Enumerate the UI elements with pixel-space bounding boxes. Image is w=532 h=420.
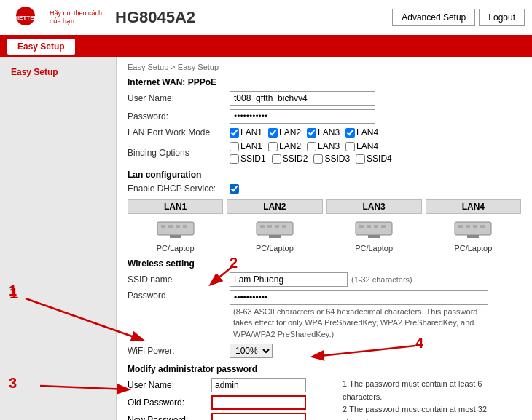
wireless-section-title: Wireless setting [128, 258, 521, 269]
lan4-port-checkbox[interactable] [345, 128, 355, 138]
username-input[interactable] [230, 91, 375, 106]
lan-grid: LAN1 PC/Laptop LAN2 [128, 199, 521, 253]
wireless-password-note: (8-63 ASCII characters or 64 hexadecimal… [233, 306, 488, 340]
wireless-password-label: Password [128, 290, 230, 301]
lan2-port-item[interactable]: LAN2 [268, 127, 301, 138]
binding-lan3-checkbox[interactable] [307, 142, 316, 151]
lan1-port-item[interactable]: LAN1 [230, 127, 262, 138]
svg-rect-17 [374, 225, 378, 228]
lan1-device-label: PC/Laptop [157, 244, 195, 253]
lan2-cell: LAN2 PC/Laptop [227, 199, 322, 253]
admin-new-password-row: New Password: [128, 413, 332, 420]
admin-old-password-row: Old Password: [128, 395, 332, 410]
binding-lan1-checkbox[interactable] [230, 142, 239, 151]
lan4-device-label: PC/Laptop [454, 244, 492, 253]
svg-rect-13 [269, 235, 281, 238]
lan1-port-checkbox[interactable] [230, 128, 239, 138]
ssid-input[interactable] [230, 272, 348, 287]
admin-rule-2: 2.The password must contain at most 32 c… [343, 403, 521, 420]
lan3-header: LAN3 [326, 199, 422, 214]
ssid-row: SSID name (1-32 characters) [128, 272, 521, 287]
logo-area: VIETTEL Hãy nói theo cách của bạn [7, 3, 108, 32]
lan4-icon [451, 216, 495, 242]
admin-username-label: User Name: [128, 380, 211, 390]
header: VIETTEL Hãy nói theo cách của bạn HG8045… [0, 0, 532, 36]
lan3-port-item[interactable]: LAN3 [307, 127, 340, 138]
lan2-port-checkbox[interactable] [268, 128, 278, 138]
main-layout: Easy Setup Easy Setup > Easy Setup Inter… [0, 57, 532, 420]
lan3-icon [352, 216, 396, 242]
sidebar-item-easy-setup[interactable]: Easy Setup [0, 63, 116, 82]
svg-rect-23 [473, 225, 477, 228]
admin-username-input[interactable] [211, 378, 306, 392]
username-label: User Name: [128, 93, 230, 103]
lan4-port-item[interactable]: LAN4 [345, 127, 378, 138]
binding-label: Binding Options [128, 148, 230, 158]
sidebar: Easy Setup [0, 57, 117, 420]
admin-new-password-label: New Password: [128, 415, 211, 420]
tagline: Hãy nói theo cách của bạn [50, 9, 108, 25]
dhcp-checkbox[interactable] [230, 184, 239, 194]
lan-port-row: LAN Port Work Mode LAN1 LAN2 LAN3 LAN4 [128, 127, 521, 138]
svg-rect-7 [170, 235, 181, 238]
lan-port-label: LAN Port Work Mode [128, 127, 230, 138]
wireless-password-row: Password (8-63 ASCII characters or 64 he… [128, 290, 521, 340]
svg-rect-4 [168, 225, 173, 228]
lan-port-checkboxes: LAN1 LAN2 LAN3 LAN4 [230, 127, 378, 138]
username-row: User Name: [128, 91, 521, 106]
lan4-header: LAN4 [426, 199, 521, 214]
svg-rect-10 [267, 225, 272, 228]
lan3-cell: LAN3 PC/Laptop [326, 199, 422, 253]
dhcp-label: Enable DHCP Service: [128, 183, 230, 194]
lan2-icon [253, 216, 297, 242]
lan1-header: LAN1 [128, 199, 223, 214]
easy-setup-nav-button[interactable]: Easy Setup [7, 39, 75, 55]
binding-ssid-group: SSID1 SSID2 SSID3 SSID4 [230, 154, 392, 164]
binding-ssid4-checkbox[interactable] [356, 154, 365, 164]
advanced-setup-button[interactable]: Advanced Setup [392, 9, 475, 26]
svg-rect-9 [260, 225, 265, 228]
svg-rect-5 [176, 225, 180, 228]
svg-rect-6 [183, 225, 187, 228]
binding-ssid2-checkbox[interactable] [272, 154, 281, 164]
model-name: HG8045A2 [115, 8, 392, 27]
lan2-header: LAN2 [227, 199, 322, 214]
admin-old-password-label: Old Password: [128, 397, 211, 408]
svg-text:VIETTEL: VIETTEL [13, 15, 37, 21]
svg-rect-20 [455, 222, 491, 235]
svg-rect-25 [467, 235, 479, 238]
admin-section-title: Modify administrator password [128, 364, 521, 374]
svg-rect-11 [275, 225, 279, 228]
binding-lan-group: LAN1 LAN2 LAN3 LAN4 [230, 141, 392, 151]
svg-rect-22 [466, 225, 470, 228]
admin-rule-1: 1.The password must contain at least 6 c… [343, 378, 521, 403]
svg-rect-15 [359, 225, 364, 228]
wifi-power-select[interactable]: 100% 75% 50% 25% [230, 344, 273, 358]
lan3-device-label: PC/Laptop [355, 244, 393, 253]
password-label: Password: [128, 111, 230, 122]
svg-rect-18 [381, 225, 386, 228]
svg-rect-24 [480, 225, 485, 228]
lan3-port-checkbox[interactable] [307, 128, 316, 138]
wireless-password-input[interactable] [230, 290, 488, 305]
admin-rules: 1.The password must contain at least 6 c… [343, 378, 521, 420]
binding-ssid3-checkbox[interactable] [313, 154, 323, 164]
password-input[interactable] [230, 109, 375, 124]
binding-lan4-checkbox[interactable] [345, 142, 355, 151]
svg-rect-21 [458, 225, 463, 228]
logout-button[interactable]: Logout [479, 9, 525, 26]
ssid-label: SSID name [128, 274, 230, 285]
binding-ssid1-checkbox[interactable] [230, 154, 239, 164]
binding-row: Binding Options LAN1 LAN2 LAN3 LAN4 SSID… [128, 141, 521, 164]
admin-old-password-input[interactable] [211, 395, 306, 410]
lan1-cell: LAN1 PC/Laptop [128, 199, 223, 253]
lan-config-title: Lan configuration [128, 170, 521, 180]
admin-left: User Name: Old Password: New Password: C… [128, 378, 332, 420]
binding-lan2-checkbox[interactable] [268, 142, 278, 151]
svg-rect-16 [367, 225, 371, 228]
nav-bar: Easy Setup [0, 36, 532, 57]
admin-new-password-input[interactable] [211, 413, 306, 420]
wifi-power-label: WiFi Power: [128, 346, 230, 356]
ssid-note: (1-32 characters) [351, 275, 412, 284]
dhcp-row: Enable DHCP Service: [128, 183, 521, 194]
